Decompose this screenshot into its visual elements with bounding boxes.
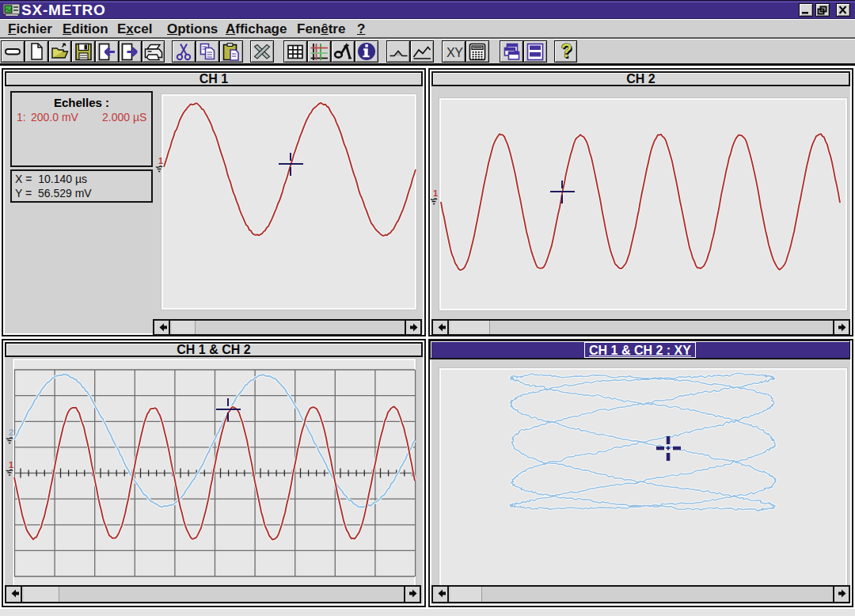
svg-text:2: 2: [9, 428, 13, 437]
svg-text:XY: XY: [446, 46, 463, 59]
svg-text:1: 1: [433, 188, 438, 198]
svg-text:1: 1: [9, 460, 13, 470]
svg-text:?: ?: [561, 41, 572, 61]
svg-text:1: 1: [158, 156, 163, 165]
